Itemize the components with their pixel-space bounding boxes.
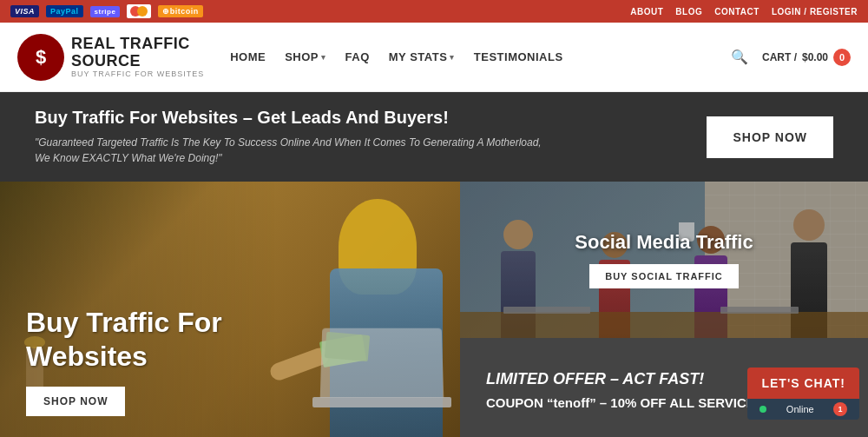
- visa-icon: VISA: [10, 5, 39, 17]
- promo-banner: Buy Traffic For Websites – Get Leads And…: [0, 92, 868, 182]
- paypal-icon: PayPal: [46, 5, 83, 17]
- hero-left-content: Buy Traffic For Websites SHOP NOW: [26, 306, 222, 416]
- about-link[interactable]: ABOUT: [630, 7, 663, 17]
- nav-faq[interactable]: FAQ: [345, 50, 370, 63]
- top-nav-links: ABOUT BLOG CONTACT LOGIN / REGISTER: [630, 7, 858, 17]
- header-right: 🔍 CART / $0.00 0: [731, 49, 851, 66]
- payment-icons: VISA PayPal stripe ⊕bitcoin: [10, 4, 203, 18]
- logo-subtitle: BUY TRAFFIC FOR WEBSITES: [71, 70, 204, 78]
- banner-subtitle: "Guaranteed Targeted Traffic Is The Key …: [35, 135, 556, 166]
- contact-link[interactable]: CONTACT: [714, 7, 760, 17]
- shop-caret: ▾: [321, 53, 326, 62]
- banner-shop-now-button[interactable]: SHOP NOW: [707, 116, 833, 158]
- mastercard-icon: [127, 4, 151, 18]
- stripe-icon: stripe: [90, 6, 121, 17]
- cart-label: CART /: [762, 51, 797, 63]
- main-navigation: HOME SHOP ▾ FAQ MY STATS ▾ TESTIMONIALS: [230, 50, 731, 63]
- blog-link[interactable]: BLOG: [675, 7, 702, 17]
- my-stats-caret: ▾: [450, 53, 455, 62]
- chat-button[interactable]: LET'S CHAT!: [747, 367, 859, 399]
- hero-main-title: Buy Traffic For Websites: [26, 306, 222, 373]
- cart-count: 0: [833, 49, 851, 66]
- logo-icon: $: [17, 34, 64, 81]
- banner-text: Buy Traffic For Websites – Get Leads And…: [35, 108, 707, 166]
- cart-button[interactable]: CART / $0.00 0: [762, 49, 851, 66]
- top-bar: VISA PayPal stripe ⊕bitcoin ABOUT BLOG C…: [0, 0, 868, 23]
- social-content: Social Media Traffic BUY SOCIAL TRAFFIC: [575, 231, 753, 288]
- banner-title: Buy Traffic For Websites – Get Leads And…: [35, 108, 707, 128]
- buy-social-traffic-button[interactable]: BUY SOCIAL TRAFFIC: [589, 264, 739, 288]
- nav-testimonials[interactable]: TESTIMONIALS: [474, 50, 563, 63]
- chat-status-bar: Online 1: [747, 399, 859, 420]
- chat-widget[interactable]: LET'S CHAT! Online 1: [747, 367, 859, 420]
- nav-shop[interactable]: SHOP ▾: [285, 50, 326, 63]
- cart-price: $0.00: [802, 51, 828, 63]
- logo[interactable]: $ REAL TRAFFIC SOURCE BUY TRAFFIC FOR WE…: [17, 34, 204, 81]
- site-header: $ REAL TRAFFIC SOURCE BUY TRAFFIC FOR WE…: [0, 23, 868, 92]
- bitcoin-icon: ⊕bitcoin: [158, 5, 203, 17]
- hero-section: Buy Traffic For Websites SHOP NOW: [0, 182, 868, 437]
- logo-text: REAL TRAFFIC SOURCE BUY TRAFFIC FOR WEBS…: [71, 36, 204, 79]
- social-traffic-panel: Social Media Traffic BUY SOCIAL TRAFFIC: [460, 182, 868, 338]
- chat-notification-badge: 1: [833, 402, 847, 416]
- nav-home[interactable]: HOME: [230, 50, 266, 63]
- chat-status-label: Online: [786, 404, 814, 414]
- nav-my-stats[interactable]: MY STATS ▾: [389, 50, 455, 63]
- social-media-traffic-title: Social Media Traffic: [575, 231, 753, 254]
- hero-left-panel: Buy Traffic For Websites SHOP NOW: [0, 182, 460, 437]
- online-indicator: [760, 406, 766, 413]
- search-button[interactable]: 🔍: [731, 49, 748, 65]
- login-register-link[interactable]: LOGIN / REGISTER: [772, 7, 858, 17]
- hero-shop-now-button[interactable]: SHOP NOW: [26, 387, 125, 416]
- logo-title: REAL TRAFFIC SOURCE: [71, 36, 204, 70]
